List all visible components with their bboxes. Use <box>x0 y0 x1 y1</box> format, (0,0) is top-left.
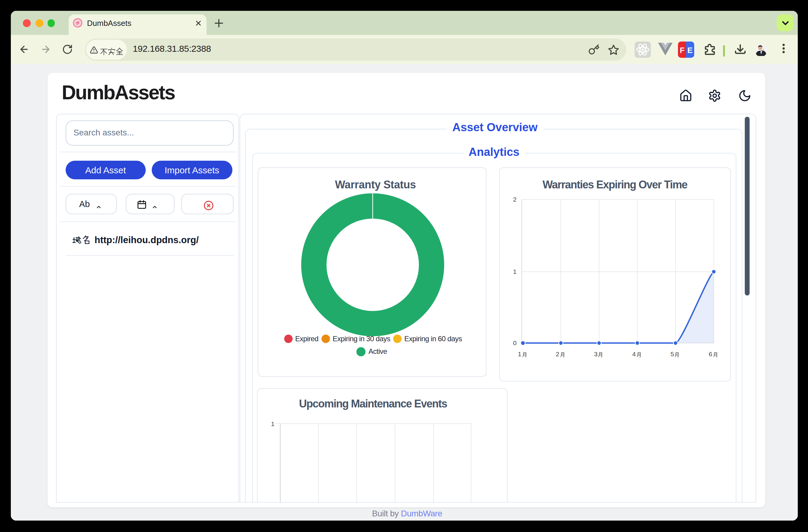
svg-text:0: 0 <box>513 339 516 346</box>
svg-text:1: 1 <box>513 268 516 275</box>
svg-text:1: 1 <box>271 420 275 427</box>
svg-text:E: E <box>687 46 692 55</box>
svg-text:F: F <box>680 46 684 55</box>
svg-text:2: 2 <box>513 196 516 203</box>
